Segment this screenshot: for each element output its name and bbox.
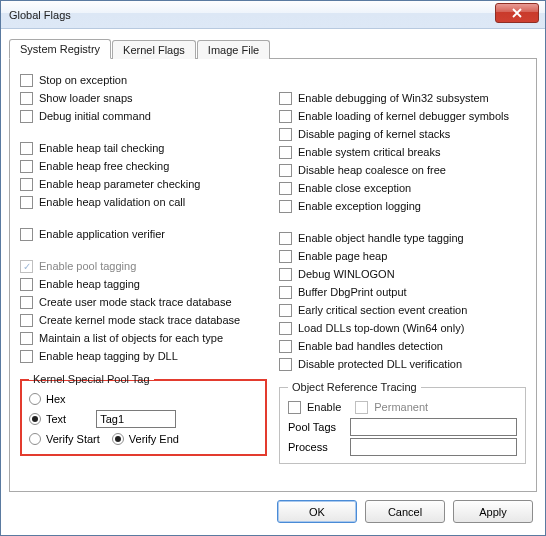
chk-enable-object-handle-type-tagging[interactable]: Enable object handle type tagging: [279, 229, 526, 247]
group-kernel-special-pool-tag: Kernel Special Pool Tag Hex Text Verify …: [20, 373, 267, 456]
chk-debug-initial-command[interactable]: Debug initial command: [20, 107, 267, 125]
chk-label: Enable pool tagging: [39, 260, 136, 272]
radio-label: Text: [46, 413, 66, 425]
chk-label: Disable heap coalesce on free: [298, 164, 446, 176]
chk-label: Create kernel mode stack trace database: [39, 314, 240, 326]
ok-button[interactable]: OK: [277, 500, 357, 523]
radio-verify-start[interactable]: Verify Start: [29, 430, 100, 448]
chk-label: Enable bad handles detection: [298, 340, 443, 352]
chk-label: Load DLLs top-down (Win64 only): [298, 322, 464, 334]
chk-enable-close-exception[interactable]: Enable close exception: [279, 179, 526, 197]
chk-maintain-a-list-of-objects-for-each-type[interactable]: Maintain a list of objects for each type: [20, 329, 267, 347]
dialog-buttons: OK Cancel Apply: [9, 492, 537, 527]
tabpage-system-registry: Stop on exception Show loader snaps Debu…: [9, 59, 537, 492]
chk-enable-heap-free-checking[interactable]: Enable heap free checking: [20, 157, 267, 175]
chk-disable-paging-of-kernel-stacks[interactable]: Disable paging of kernel stacks: [279, 125, 526, 143]
chk-label: Early critical section event creation: [298, 304, 467, 316]
tab-system-registry[interactable]: System Registry: [9, 39, 111, 59]
tabstrip: System Registry Kernel Flags Image File: [9, 37, 537, 59]
chk-early-critical-section-event-creation[interactable]: Early critical section event creation: [279, 301, 526, 319]
chk-enable-heap-tagging-by-dll[interactable]: Enable heap tagging by DLL: [20, 347, 267, 365]
radio-label: Verify Start: [46, 433, 100, 445]
chk-disable-heap-coalesce-on-free[interactable]: Disable heap coalesce on free: [279, 161, 526, 179]
tab-image-file[interactable]: Image File: [197, 40, 270, 59]
chk-label: Enable heap tagging by DLL: [39, 350, 178, 362]
chk-label: Enable heap parameter checking: [39, 178, 200, 190]
chk-label: Enable exception logging: [298, 200, 421, 212]
chk-label: Enable: [307, 401, 341, 413]
pool-tags-label: Pool Tags: [288, 421, 350, 433]
chk-label: Enable system critical breaks: [298, 146, 440, 158]
pool-tags-input[interactable]: [350, 418, 517, 436]
chk-label: Debug initial command: [39, 110, 151, 122]
chk-show-loader-snaps[interactable]: Show loader snaps: [20, 89, 267, 107]
chk-label: Permanent: [374, 401, 428, 413]
chk-enable-system-critical-breaks[interactable]: Enable system critical breaks: [279, 143, 526, 161]
chk-enable-page-heap[interactable]: Enable page heap: [279, 247, 526, 265]
chk-ort-permanent: Permanent: [355, 398, 428, 416]
chk-label: Enable heap tail checking: [39, 142, 164, 154]
chk-label: Enable heap free checking: [39, 160, 169, 172]
cancel-button[interactable]: Cancel: [365, 500, 445, 523]
chk-label: Enable close exception: [298, 182, 411, 194]
chk-enable-exception-logging[interactable]: Enable exception logging: [279, 197, 526, 215]
process-input[interactable]: [350, 438, 517, 456]
chk-load-dlls-top-down[interactable]: Load DLLs top-down (Win64 only): [279, 319, 526, 337]
chk-label: Enable page heap: [298, 250, 387, 262]
radio-verify-end[interactable]: Verify End: [112, 430, 179, 448]
titlebar: Global Flags: [1, 1, 545, 29]
chk-stop-on-exception[interactable]: Stop on exception: [20, 71, 267, 89]
client-area: System Registry Kernel Flags Image File …: [1, 29, 545, 535]
window-title: Global Flags: [9, 9, 71, 21]
chk-enable-pool-tagging: ✓Enable pool tagging: [20, 257, 267, 275]
chk-label: Enable application verifier: [39, 228, 165, 240]
chk-disable-protected-dll-verification[interactable]: Disable protected DLL verification: [279, 355, 526, 373]
chk-label: Disable paging of kernel stacks: [298, 128, 450, 140]
chk-debug-winlogon[interactable]: Debug WINLOGON: [279, 265, 526, 283]
chk-enable-heap-validation-on-call[interactable]: Enable heap validation on call: [20, 193, 267, 211]
chk-label: Enable heap tagging: [39, 278, 140, 290]
chk-enable-heap-tagging[interactable]: Enable heap tagging: [20, 275, 267, 293]
chk-buffer-dbgprint-output[interactable]: Buffer DbgPrint output: [279, 283, 526, 301]
close-button[interactable]: [495, 3, 539, 23]
chk-ort-enable[interactable]: Enable: [288, 398, 341, 416]
tab-kernel-flags[interactable]: Kernel Flags: [112, 40, 196, 59]
chk-enable-heap-parameter-checking[interactable]: Enable heap parameter checking: [20, 175, 267, 193]
chk-label: Maintain a list of objects for each type: [39, 332, 223, 344]
chk-enable-debugging-of-win32-subsystem[interactable]: Enable debugging of Win32 subsystem: [279, 89, 526, 107]
chk-create-kernel-mode-stack-trace-database[interactable]: Create kernel mode stack trace database: [20, 311, 267, 329]
group-legend: Object Reference Tracing: [288, 381, 421, 393]
chk-create-user-mode-stack-trace-database[interactable]: Create user mode stack trace database: [20, 293, 267, 311]
chk-label: Buffer DbgPrint output: [298, 286, 407, 298]
options-left-column: Stop on exception Show loader snaps Debu…: [20, 71, 267, 481]
group-object-reference-tracing: Object Reference Tracing Enable Permanen…: [279, 381, 526, 464]
process-label: Process: [288, 441, 350, 453]
chk-label: Create user mode stack trace database: [39, 296, 232, 308]
chk-label: Disable protected DLL verification: [298, 358, 462, 370]
apply-button[interactable]: Apply: [453, 500, 533, 523]
chk-label: Stop on exception: [39, 74, 127, 86]
chk-label: Enable heap validation on call: [39, 196, 185, 208]
tag-input[interactable]: [96, 410, 176, 428]
radio-text[interactable]: Text: [29, 410, 66, 428]
options-right-column: Enable debugging of Win32 subsystem Enab…: [279, 71, 526, 481]
chk-label: Enable object handle type tagging: [298, 232, 464, 244]
group-legend: Kernel Special Pool Tag: [29, 373, 154, 385]
options-columns: Stop on exception Show loader snaps Debu…: [20, 71, 526, 481]
chk-enable-heap-tail-checking[interactable]: Enable heap tail checking: [20, 139, 267, 157]
chk-label: Show loader snaps: [39, 92, 133, 104]
chk-enable-loading-of-kernel-debugger-symbols[interactable]: Enable loading of kernel debugger symbol…: [279, 107, 526, 125]
chk-enable-bad-handles-detection[interactable]: Enable bad handles detection: [279, 337, 526, 355]
radio-label: Verify End: [129, 433, 179, 445]
chk-label: Enable debugging of Win32 subsystem: [298, 92, 489, 104]
radio-label: Hex: [46, 393, 66, 405]
chk-label: Enable loading of kernel debugger symbol…: [298, 110, 509, 122]
close-icon: [512, 8, 522, 18]
chk-enable-application-verifier[interactable]: Enable application verifier: [20, 225, 267, 243]
radio-hex[interactable]: Hex: [29, 390, 66, 408]
chk-label: Debug WINLOGON: [298, 268, 395, 280]
